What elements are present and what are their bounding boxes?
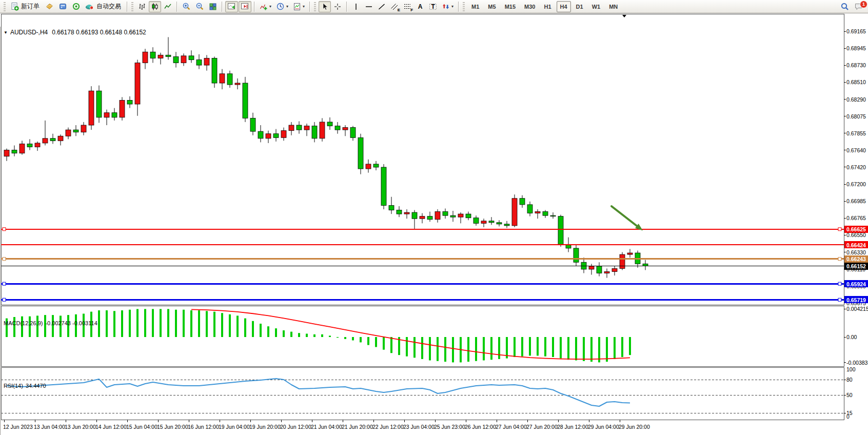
time-axis-label: 29 Jun 04:00 [588,424,619,430]
price-axis-label: 0.67200 [846,181,866,187]
fibonacci-button[interactable]: F [401,1,413,12]
candle-bearish [450,215,456,217]
window-edge [0,27,1,435]
horizontal-line-button[interactable] [363,1,375,12]
timeframe-w1-button[interactable]: W1 [588,1,604,12]
candle-bearish [173,56,179,63]
templates-dropdown-arrow-icon[interactable]: ▾ [303,4,305,9]
candle-bullish [235,83,240,85]
line-chart-button[interactable] [162,1,174,12]
price-axis-label: 0.68945 [846,45,866,51]
auto-scroll-button[interactable] [225,1,238,12]
line-handle[interactable] [3,228,6,231]
candle-bearish [166,55,171,56]
text-button[interactable]: A [414,1,426,12]
zoom-out-button[interactable] [193,1,206,12]
chart-shift-button[interactable] [239,1,251,12]
line-chart-icon [164,3,172,11]
search-button[interactable] [838,1,852,12]
toolbar-grip[interactable] [463,2,465,11]
candle-bullish [66,130,71,136]
charts-profile-button[interactable] [43,1,56,12]
price-axis-label: 0.68730 [846,62,866,68]
bar-chart-icon [138,3,146,11]
periods-dropdown-arrow-icon[interactable]: ▾ [286,4,288,9]
line-handle[interactable] [838,298,841,301]
candle-bullish [612,268,617,271]
bar-chart-button[interactable] [136,1,148,12]
price-axis-label: 0.67640 [846,147,866,153]
toolbar-grip[interactable] [314,2,316,11]
candle-bearish [212,58,217,83]
cursor-button[interactable] [319,1,331,12]
chart-symbol-period: AUDUSD-,H4 [10,29,48,36]
line-handle[interactable] [3,282,6,285]
candle-bullish [320,122,325,139]
candle-bullish [535,212,540,213]
toolbar-separator [176,2,177,12]
candle-bullish [266,134,271,139]
line-handle[interactable] [3,298,6,301]
arrows-dropdown-arrow-icon[interactable]: ▾ [451,4,453,9]
equidistant-channel-button[interactable]: E [388,1,401,12]
chart-area[interactable]: 0.691650.689450.687300.685100.682900.680… [0,13,868,435]
auto-trading-button[interactable]: 自动交易 [83,1,124,12]
shift-marker-icon[interactable] [622,15,626,17]
timeframe-d1-button[interactable]: D1 [573,1,587,12]
candle-bearish [527,205,532,213]
price-axis-label: 0.66330 [846,249,866,255]
line-handle[interactable] [838,258,841,261]
candle-bullish [181,56,186,63]
time-axis-label: 23 Jun 04:00 [403,424,435,430]
timeframe-h1-button[interactable]: H1 [540,1,555,12]
trendline-button[interactable] [376,1,388,12]
notifications-button[interactable]: 1 [852,1,865,12]
arrows-button[interactable]: ▾ [440,1,456,12]
trend-arrow[interactable] [611,206,639,228]
indicators-dropdown-arrow-icon[interactable]: ▾ [269,4,271,9]
new-order-button[interactable]: 新订单 [8,1,43,12]
timeframe-m1-button[interactable]: M1 [468,1,483,12]
signals-button[interactable] [70,1,83,12]
data-window-button[interactable] [56,1,69,12]
timeframe-m5-button[interactable]: M5 [484,1,499,12]
candle-bullish [481,221,486,224]
time-axis-label: 19 Jun 20:00 [249,424,281,430]
candle-bullish [81,125,86,132]
templates-button[interactable]: ▾ [291,1,307,12]
time-axis-label: 15 Jun 20:00 [157,424,188,430]
crosshair-button[interactable] [331,1,344,12]
time-axis-label: 21 Jun 04:00 [311,424,342,430]
timeframe-m15-button[interactable]: M15 [501,1,519,12]
time-axis-label: 15 Jun 04:00 [126,424,157,430]
vertical-line-button[interactable] [350,1,362,12]
timeframe-mn-button[interactable]: MN [605,1,621,12]
timeframe-h4-button[interactable]: H4 [557,1,571,12]
zoom-in-button[interactable] [180,1,193,12]
auto-trading-icon [85,2,94,11]
toolbar-grip[interactable] [131,2,133,11]
macd-axis-label: 0.00 [846,334,857,340]
chart-canvas[interactable]: 0.691650.689450.687300.685100.682900.680… [0,13,868,435]
timeframe-m30-button[interactable]: M30 [521,1,539,12]
candle-bearish [196,60,202,65]
auto-scroll-icon [227,2,236,11]
tile-windows-button[interactable] [207,1,219,12]
price-axis-label: 0.67855 [846,130,866,136]
line-handle[interactable] [838,228,841,231]
candle-bullish [220,74,225,83]
vertical-line-icon [352,3,360,11]
candlestick-chart-button[interactable] [149,1,161,12]
candle-bearish [189,56,194,60]
toolbar-grip[interactable] [4,2,6,11]
periods-button[interactable]: ▾ [274,1,290,12]
data-window-icon [58,2,67,11]
price-axis-label: 0.66765 [846,215,866,221]
rsi-axis-label: 0 [846,413,850,420]
indicators-button[interactable]: ▾ [258,1,273,12]
candle-bearish [373,164,379,167]
one-click-trading-arrow-icon[interactable]: ▼ [4,30,8,35]
text-label-button[interactable]: T [427,1,439,12]
line-handle[interactable] [838,282,841,285]
line-handle[interactable] [3,258,6,261]
